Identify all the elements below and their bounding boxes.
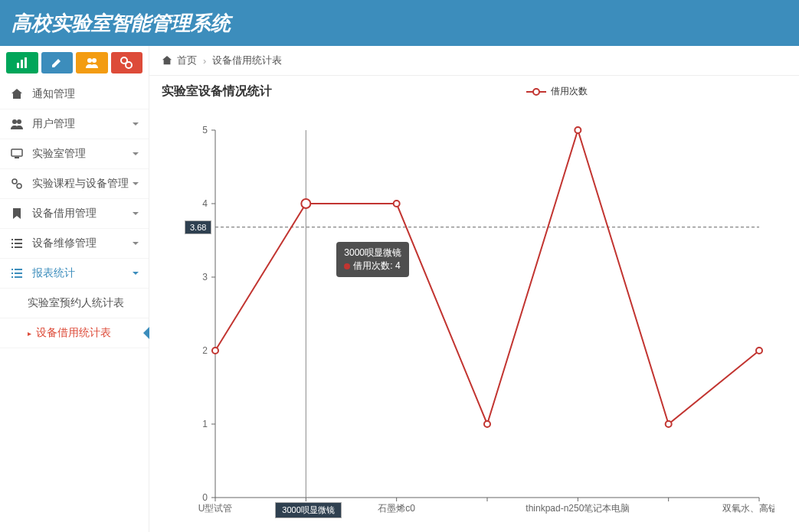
chart-legend[interactable]: 借用次数 — [526, 85, 588, 98]
nav-label: 实验室管理 — [32, 147, 86, 161]
svg-rect-24 — [15, 276, 22, 278]
nav-item-lab[interactable]: 实验室管理 — [0, 139, 149, 169]
svg-rect-14 — [15, 239, 22, 240]
users-icon — [9, 118, 25, 130]
users-icon — [86, 57, 98, 69]
svg-point-55 — [212, 348, 218, 354]
svg-point-26 — [533, 89, 539, 95]
chart-container: 实验室设备情况统计 借用次数 012345U型试管3000呗显微镜石墨烯c0th… — [149, 76, 799, 532]
svg-rect-17 — [11, 246, 13, 248]
svg-rect-20 — [15, 269, 22, 270]
caret-icon: ▸ — [28, 329, 31, 338]
nav-label: 报表统计 — [32, 266, 75, 280]
action-button-row — [0, 46, 149, 80]
svg-rect-9 — [11, 149, 22, 156]
svg-rect-0 — [17, 63, 19, 68]
svg-point-61 — [756, 348, 762, 354]
monitor-icon — [9, 148, 25, 160]
svg-rect-23 — [11, 276, 13, 278]
svg-point-56 — [301, 199, 310, 208]
svg-point-60 — [666, 421, 672, 427]
legend-label: 借用次数 — [551, 85, 588, 98]
main-content: 首页 › 设备借用统计表 实验室设备情况统计 借用次数 012345U型试管30… — [149, 46, 799, 532]
list-icon — [9, 267, 25, 279]
home-icon — [162, 55, 172, 66]
svg-point-7 — [12, 119, 17, 124]
svg-rect-13 — [11, 239, 13, 240]
app-header: 高校实验室智能管理系统 — [0, 0, 799, 46]
axis-pointer-y-label: 3.68 — [185, 220, 211, 234]
nav-label: 用户管理 — [32, 117, 75, 131]
sub-item-reserve-report[interactable]: 实验室预约人统计表 — [0, 289, 149, 318]
nav-item-borrow[interactable]: 设备借用管理 — [0, 199, 149, 229]
chevron-down-icon — [132, 207, 139, 220]
svg-point-6 — [126, 62, 132, 68]
bars-icon — [16, 57, 28, 69]
sidebar: 通知管理 用户管理 实验室管理 实验课程与设备管理 设备借用管理 — [0, 46, 149, 532]
nav-item-notice[interactable]: 通知管理 — [0, 80, 149, 109]
nav-item-users[interactable]: 用户管理 — [0, 109, 149, 139]
svg-point-58 — [484, 421, 490, 427]
svg-point-12 — [17, 184, 21, 188]
users-action-button[interactable] — [76, 52, 108, 73]
nav-item-repair[interactable]: 设备维修管理 — [0, 229, 149, 259]
svg-text:1: 1 — [202, 419, 208, 429]
pencil-icon — [51, 57, 63, 69]
axis-pointer-x-label: 3000呗显微镜 — [275, 502, 341, 518]
nav-item-report[interactable]: 报表统计 — [0, 259, 149, 289]
gears-icon — [120, 57, 133, 69]
svg-point-8 — [17, 119, 21, 124]
svg-rect-16 — [15, 243, 22, 244]
svg-text:4: 4 — [202, 198, 208, 209]
breadcrumb-home[interactable]: 首页 — [177, 54, 197, 67]
sub-label: 设备借用统计表 — [36, 326, 111, 338]
svg-rect-21 — [11, 273, 13, 274]
svg-rect-2 — [25, 57, 27, 68]
list-icon — [9, 237, 25, 250]
svg-point-4 — [92, 58, 97, 63]
svg-text:thinkpad-n250笔记本电脑: thinkpad-n250笔记本电脑 — [526, 503, 630, 514]
chevron-down-icon — [132, 267, 139, 279]
svg-point-11 — [12, 179, 17, 184]
nav-list: 通知管理 用户管理 实验室管理 实验课程与设备管理 设备借用管理 — [0, 80, 149, 348]
chevron-down-icon — [132, 178, 139, 190]
bookmark-icon — [9, 207, 25, 220]
chevron-down-icon — [132, 237, 139, 250]
svg-point-59 — [575, 127, 581, 133]
chart-plot[interactable]: 012345U型试管3000呗显微镜石墨烯c0thinkpad-n250笔记本电… — [162, 107, 774, 532]
home-icon — [9, 88, 25, 100]
svg-text:3: 3 — [202, 272, 208, 282]
chevron-down-icon — [132, 118, 139, 130]
stats-action-button[interactable] — [6, 52, 38, 73]
settings-action-button[interactable] — [111, 52, 143, 73]
svg-text:5: 5 — [202, 125, 208, 135]
svg-rect-1 — [21, 60, 23, 68]
breadcrumb: 首页 › 设备借用统计表 — [149, 46, 799, 76]
svg-point-3 — [87, 58, 92, 63]
svg-text:双氧水、高锰酸钾: 双氧水、高锰酸钾 — [722, 503, 774, 514]
svg-text:0: 0 — [202, 492, 208, 503]
chevron-down-icon — [132, 148, 139, 160]
nav-label: 设备维修管理 — [32, 237, 97, 250]
chart-title: 实验室设备情况统计 — [162, 83, 272, 100]
app-title: 高校实验室智能管理系统 — [11, 10, 231, 37]
svg-text:U型试管: U型试管 — [198, 503, 233, 514]
svg-rect-22 — [15, 273, 22, 274]
breadcrumb-current: 设备借用统计表 — [212, 54, 282, 67]
svg-rect-19 — [11, 269, 13, 270]
svg-rect-15 — [11, 243, 13, 244]
sub-item-borrow-report[interactable]: ▸设备借用统计表 — [0, 318, 149, 348]
svg-text:石墨烯c0: 石墨烯c0 — [378, 503, 415, 514]
edit-action-button[interactable] — [41, 52, 74, 73]
nav-label: 实验课程与设备管理 — [32, 177, 129, 191]
breadcrumb-separator: › — [203, 55, 206, 67]
svg-rect-10 — [15, 157, 19, 158]
nav-label: 通知管理 — [32, 87, 75, 101]
svg-text:2: 2 — [202, 345, 208, 356]
svg-rect-18 — [15, 246, 22, 248]
svg-point-57 — [394, 201, 400, 207]
gears-icon — [9, 178, 25, 190]
legend-marker-icon — [526, 87, 546, 96]
sub-label: 实验室预约人统计表 — [28, 296, 124, 308]
nav-item-course[interactable]: 实验课程与设备管理 — [0, 169, 149, 199]
